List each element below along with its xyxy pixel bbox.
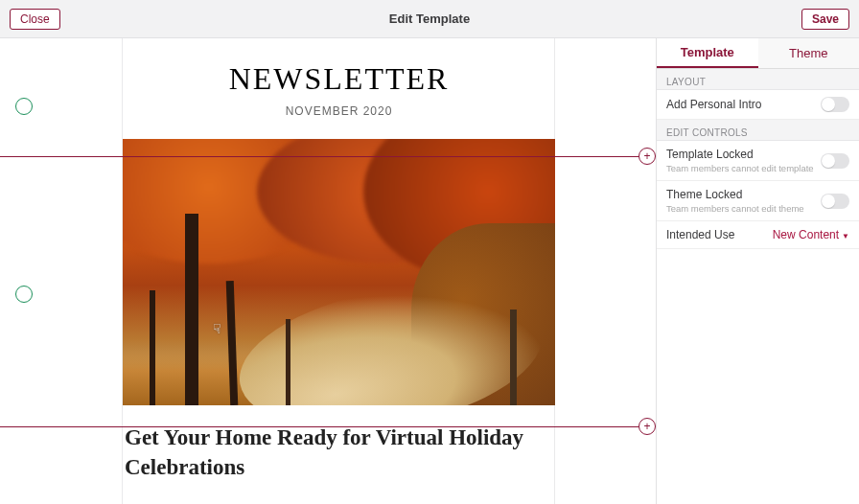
topbar: Close Edit Template Save bbox=[0, 0, 859, 38]
content-column: NEWSLETTER NOVEMBER 2020 ☟ Get Your Home… bbox=[123, 38, 555, 504]
template-locked-label: Template Locked bbox=[666, 148, 821, 161]
intended-use-label: Intended Use bbox=[666, 228, 773, 241]
save-button[interactable]: Save bbox=[801, 9, 849, 30]
row-add-personal-intro[interactable]: Add Personal Intro bbox=[657, 90, 859, 120]
select-handle-2[interactable] bbox=[15, 286, 33, 303]
add-section-button-2[interactable]: + bbox=[638, 418, 656, 435]
add-personal-intro-label: Add Personal Intro bbox=[666, 98, 821, 111]
sidebar: Template Theme Layout Add Personal Intro… bbox=[656, 38, 859, 504]
toggle-add-personal-intro[interactable] bbox=[821, 97, 849, 112]
intended-use-value[interactable]: New Content▼ bbox=[773, 228, 849, 241]
sidebar-tabs: Template Theme bbox=[657, 38, 859, 69]
theme-locked-sub: Team members cannot edit theme bbox=[666, 203, 821, 214]
page-title: Edit Template bbox=[389, 11, 470, 26]
newsletter-heading: NEWSLETTER bbox=[123, 38, 555, 104]
row-template-locked[interactable]: Template Locked Team members cannot edit… bbox=[657, 141, 859, 181]
hero-image[interactable]: ☟ bbox=[123, 139, 555, 405]
section-divider-1: + bbox=[0, 156, 646, 157]
row-intended-use[interactable]: Intended Use New Content▼ bbox=[657, 221, 859, 249]
template-locked-sub: Team members cannot edit template bbox=[666, 163, 821, 173]
toggle-theme-locked[interactable] bbox=[821, 194, 849, 209]
theme-locked-label: Theme Locked bbox=[666, 188, 821, 201]
row-theme-locked[interactable]: Theme Locked Team members cannot edit th… bbox=[657, 181, 859, 221]
section-edit-controls: Edit Controls bbox=[657, 120, 859, 141]
close-button[interactable]: Close bbox=[10, 9, 60, 30]
article-title: Get Your Home Ready for Virtual Holiday … bbox=[123, 405, 555, 488]
cursor-icon: ☟ bbox=[213, 321, 221, 336]
section-divider-2: + bbox=[0, 426, 646, 427]
chevron-down-icon: ▼ bbox=[842, 232, 849, 241]
canvas: NEWSLETTER NOVEMBER 2020 ☟ Get Your Home… bbox=[0, 38, 656, 504]
tab-template[interactable]: Template bbox=[657, 38, 758, 68]
select-handle-1[interactable] bbox=[15, 98, 33, 115]
newsletter-date: NOVEMBER 2020 bbox=[123, 104, 555, 139]
add-section-button-1[interactable]: + bbox=[638, 148, 656, 165]
section-layout: Layout bbox=[657, 69, 859, 90]
toggle-template-locked[interactable] bbox=[821, 153, 849, 169]
tab-theme[interactable]: Theme bbox=[758, 38, 860, 68]
